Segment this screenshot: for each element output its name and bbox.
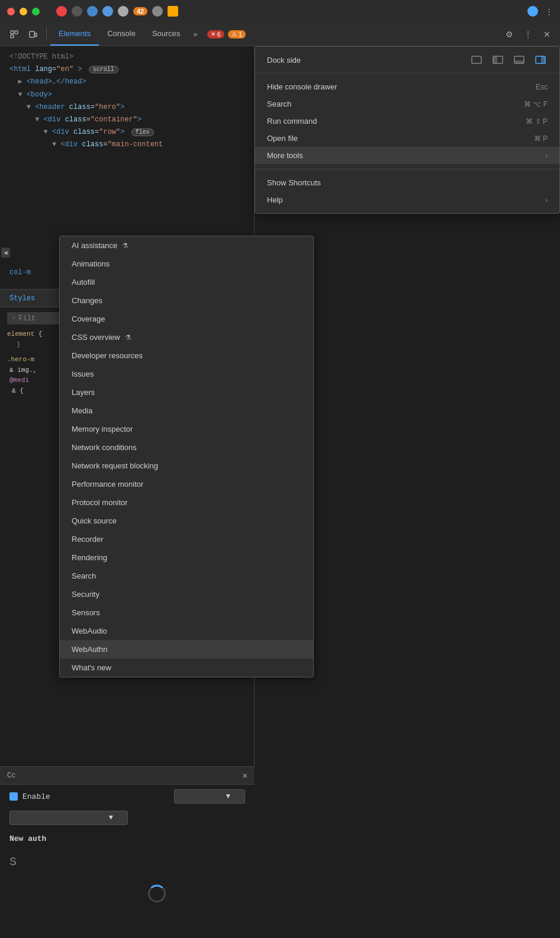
dock-undock-button[interactable] xyxy=(469,53,484,67)
html-header[interactable]: ▼ <header class="hero"> xyxy=(0,101,254,114)
tab-elements[interactable]: Elements xyxy=(50,23,99,46)
minimize-dot[interactable] xyxy=(20,8,27,15)
open-file-shortcut: ⌘ P xyxy=(534,134,548,143)
submenu-recorder[interactable]: Recorder xyxy=(60,530,313,548)
loading-spinner xyxy=(148,885,166,902)
close-dot[interactable] xyxy=(7,8,15,15)
browser-tab-icon-5 xyxy=(118,6,128,17)
search-label: Search xyxy=(267,99,291,108)
submenu-autofill[interactable]: Autofill xyxy=(60,273,313,291)
submenu-network-conditions[interactable]: Network conditions xyxy=(60,438,313,457)
maximize-dot[interactable] xyxy=(32,8,40,15)
html-doctype: <!DOCTYPE html> xyxy=(0,51,254,63)
close-devtools-button[interactable]: ✕ xyxy=(539,26,555,43)
submenu-sensors[interactable]: Sensors xyxy=(60,603,313,622)
error-badge[interactable]: ✕ 6 xyxy=(207,30,224,38)
browser-tab-icon-6 xyxy=(152,6,163,17)
dock-side-label: Dock side xyxy=(267,56,301,65)
submenu-webaudio[interactable]: WebAudio xyxy=(60,622,313,640)
bottom-tab-bar: Cc ✕ xyxy=(0,767,255,785)
html-root[interactable]: <html lang="en" > scroll xyxy=(0,63,254,76)
submenu-layers[interactable]: Layers xyxy=(60,383,313,401)
more-tools-arrow: › xyxy=(545,152,548,160)
tab-styles[interactable]: Styles xyxy=(5,294,40,303)
tab-actions: ⚙ ⋮ ✕ xyxy=(501,23,555,46)
html-head[interactable]: ▶ <head>…</head> xyxy=(0,76,254,88)
submenu-security[interactable]: Security xyxy=(60,585,313,603)
browser-menu-icon[interactable]: ⋮ xyxy=(545,7,553,16)
open-file-label: Open file xyxy=(267,134,298,143)
tab-sources[interactable]: Sources xyxy=(144,23,189,46)
dropdown-2[interactable]: ▼ xyxy=(9,811,128,825)
run-command-label: Run command xyxy=(267,117,317,126)
svg-rect-4 xyxy=(35,33,37,37)
html-body[interactable]: ▼ <body> xyxy=(0,89,254,101)
ai-label: AI assistance xyxy=(72,241,117,250)
warning-badge[interactable]: ⚠ 1 xyxy=(228,30,246,38)
s-label: S xyxy=(0,850,255,873)
menu-more-tools[interactable]: More tools › xyxy=(255,147,559,164)
menu-hide-console[interactable]: Hide console drawer Esc xyxy=(255,78,559,95)
submenu-quick-source[interactable]: Quick source xyxy=(60,512,313,530)
submenu-search[interactable]: Search xyxy=(60,567,313,585)
browser-tab-icon-7 xyxy=(168,6,178,17)
svg-rect-7 xyxy=(493,56,497,63)
search-shortcut: ⌘ ⌥ F xyxy=(524,100,548,108)
ai-icon: ⚗ xyxy=(122,242,128,250)
device-toolbar-icon[interactable] xyxy=(24,23,43,46)
menu-search[interactable]: Search ⌘ ⌥ F xyxy=(255,95,559,113)
help-arrow: › xyxy=(545,196,548,204)
svg-rect-9 xyxy=(514,60,524,63)
submenu-css-overview[interactable]: CSS overview ⚗ xyxy=(60,328,313,346)
dock-bottom-button[interactable] xyxy=(512,53,526,67)
submenu-ai-assistance[interactable]: AI assistance ⚗ xyxy=(60,236,313,255)
menu-open-file[interactable]: Open file ⌘ P xyxy=(255,130,559,147)
tab-separator xyxy=(46,27,47,41)
show-shortcuts-label: Show Shortcuts xyxy=(267,178,321,187)
submenu-animations[interactable]: Animations xyxy=(60,255,313,273)
dock-left-button[interactable] xyxy=(491,53,505,67)
more-options-button[interactable]: ⋮ xyxy=(520,26,536,43)
settings-button[interactable]: ⚙ xyxy=(501,26,517,43)
submenu-performance-monitor[interactable]: Performance monitor xyxy=(60,475,313,493)
help-label: Help xyxy=(267,195,283,204)
dock-icons xyxy=(469,53,548,67)
submenu-whats-new[interactable]: What's new xyxy=(60,658,313,677)
svg-rect-1 xyxy=(11,35,14,38)
more-tools-submenu: AI assistance ⚗ Animations Autofill Chan… xyxy=(59,236,314,677)
menu-help[interactable]: Help › xyxy=(255,191,559,208)
submenu-changes[interactable]: Changes xyxy=(60,291,313,310)
enable-checkbox[interactable] xyxy=(9,792,18,801)
svg-rect-5 xyxy=(472,56,481,63)
hide-console-label: Hide console drawer xyxy=(267,82,337,91)
dropdown-1-container: ▼ xyxy=(174,789,245,804)
browser-tab-icon-1 xyxy=(56,6,67,17)
submenu-webauthn[interactable]: WebAuthn xyxy=(60,640,313,658)
left-panel-collapse[interactable]: ◀ xyxy=(1,248,10,258)
html-main-content[interactable]: ▼ <div class="main-content xyxy=(0,139,254,151)
menu-run-command[interactable]: Run command ⌘ ⇧ P xyxy=(255,113,559,130)
devtools-tab-bar: Elements Console Sources » ✕ 6 ⚠ 1 ⚙ xyxy=(0,23,560,46)
bottom-panel-close[interactable]: ✕ xyxy=(243,770,247,780)
submenu-rendering[interactable]: Rendering xyxy=(60,548,313,567)
dropdown-1[interactable]: ▼ xyxy=(174,789,245,804)
dock-right-button[interactable] xyxy=(533,53,548,67)
bottom-tab-cc[interactable]: Cc xyxy=(7,772,15,780)
submenu-memory-inspector[interactable]: Memory inspector xyxy=(60,420,313,438)
notification-badge: 42 xyxy=(133,7,147,15)
submenu-protocol-monitor[interactable]: Protocol monitor xyxy=(60,493,313,512)
browser-tab-icon-4 xyxy=(102,6,113,17)
menu-section-1: Hide console drawer Esc Search ⌘ ⌥ F Run… xyxy=(255,73,559,169)
submenu-coverage[interactable]: Coverage xyxy=(60,310,313,328)
submenu-developer-resources[interactable]: Developer resources xyxy=(60,346,313,365)
submenu-media[interactable]: Media xyxy=(60,401,313,420)
submenu-network-request-blocking[interactable]: Network request blocking xyxy=(60,457,313,475)
inspect-element-icon[interactable] xyxy=(5,23,24,46)
menu-show-shortcuts[interactable]: Show Shortcuts xyxy=(255,174,559,191)
html-container[interactable]: ▼ <div class="container"> xyxy=(0,114,254,126)
tab-console[interactable]: Console xyxy=(99,23,144,46)
submenu-issues[interactable]: Issues xyxy=(60,365,313,383)
html-row[interactable]: ▼ <div class="row"> flex xyxy=(0,126,254,139)
tab-more-button[interactable]: » xyxy=(189,23,202,46)
svg-rect-11 xyxy=(541,56,545,63)
